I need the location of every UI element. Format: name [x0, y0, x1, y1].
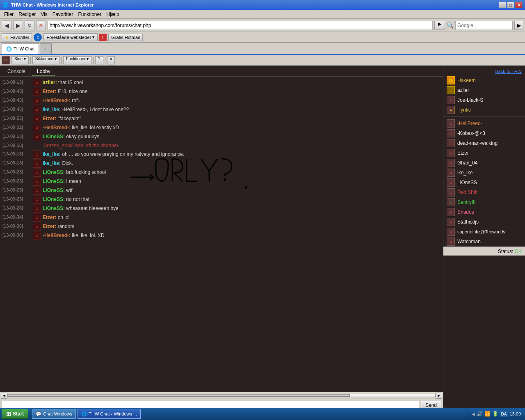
list-item[interactable]: ⚔ LiOneSS: [443, 178, 525, 187]
msg-avatar: [33, 160, 41, 168]
avatar: ⚔: [447, 149, 455, 157]
list-item[interactable]: ⚔ Stathisdjs: [443, 217, 525, 227]
search-button[interactable]: ▶: [514, 21, 523, 30]
avatar: ⚔: [447, 169, 455, 177]
forward-button[interactable]: ▶: [13, 21, 23, 30]
list-item[interactable]: ⚔ azlier: [443, 85, 525, 95]
table-row: [13-09-23] LiOneSS: brb fucking school: [2, 168, 441, 177]
msg-content: ike_ike: -HellBreed-, i dont have one??: [43, 106, 441, 114]
taskbar-item-chat[interactable]: 💬 Chat Windows: [32, 409, 76, 419]
msg-time: [13-09-25]: [2, 196, 31, 203]
back-button[interactable]: ◀: [2, 21, 11, 30]
horizontal-scrollbar[interactable]: ◀ ▶: [0, 392, 443, 399]
list-item[interactable]: ⚔ Joe-black-S: [443, 95, 525, 105]
msg-content: Etzer: random: [43, 223, 441, 231]
tray-icon-2: 📶: [484, 411, 491, 417]
browser-taskbar-icon: 🌐: [81, 411, 87, 417]
avatar: ★: [447, 106, 455, 114]
menu-hjaelp[interactable]: Hjælp: [104, 11, 121, 18]
start-button[interactable]: ⊞ Start: [2, 409, 28, 419]
list-item[interactable]: ★ Pyritie: [443, 105, 525, 115]
browser-taskbar-label: THW Chat - Windows ...: [89, 411, 137, 416]
msg-content: ike_ike: Dick.: [43, 160, 441, 167]
tab-thw-chat[interactable]: 🌐 THW Chat: [2, 43, 39, 54]
msg-content: LiOneSS: okay guuuuuys: [43, 133, 441, 141]
table-row: [13-09-28] LiOneSS: whaaaaat bleeeeeh by…: [2, 204, 441, 213]
msg-avatar: [33, 205, 41, 213]
taskbar-item-browser[interactable]: 🌐 THW Chat - Windows ...: [78, 409, 141, 419]
tab-console[interactable]: Console: [2, 67, 30, 76]
list-item[interactable]: ⚔ Red Shift: [443, 187, 525, 197]
username-lioness: LiOneSS: [457, 180, 477, 185]
browser-toolbar: ◀ ▶ ↻ ✕ ▶ 🔍 ▶: [0, 19, 525, 32]
chat-messages: [13-08-13] azlier: that IS cool [13-08-4…: [0, 77, 443, 242]
chat-messages-wrapper: [13-08-13] azlier: that IS cool [13-08-4…: [0, 77, 443, 392]
list-item[interactable]: ⚔ supertoinkz@Teeworlds: [443, 227, 525, 237]
list-item[interactable]: ⚔ SentryIII: [443, 197, 525, 207]
hotmail-icon: H: [99, 34, 107, 41]
scrollbar-thumb[interactable]: [8, 394, 350, 397]
avatar: ⚔: [447, 198, 455, 206]
hotmail-label: Gratis Hotmail: [111, 35, 140, 40]
avatar: ⚔: [447, 129, 455, 137]
hotmail-btn[interactable]: Gratis Hotmail: [108, 34, 143, 41]
stop-button[interactable]: ✕: [36, 21, 46, 30]
list-item[interactable]: ⚔ Watchman: [443, 237, 525, 247]
avatar: ⚔: [447, 218, 455, 226]
security-button[interactable]: Sikkerhed ▾: [32, 56, 59, 64]
minimize-button[interactable]: _: [499, 2, 506, 8]
back-to-thw-link[interactable]: Back to THW: [495, 69, 522, 74]
da-indicator: DA: [500, 411, 508, 417]
tool-sep-3: [93, 57, 94, 64]
msg-time: [13-09-36]: [2, 232, 31, 239]
scroll-right-button[interactable]: ▶: [436, 392, 442, 399]
page-button[interactable]: Side ▾: [11, 56, 29, 64]
menu-favoritter[interactable]: Favoritter: [50, 11, 76, 18]
list-item[interactable]: ☺ Hakeem: [443, 75, 525, 85]
list-item[interactable]: ⚔ -Kobas-@<3: [443, 128, 525, 138]
search-input[interactable]: [455, 21, 513, 30]
list-item[interactable]: ⚔ Shados: [443, 207, 525, 217]
functions-button[interactable]: Funktioner ▾: [63, 56, 91, 64]
msg-content: Crazed_seal2 has left the channel: [43, 142, 441, 150]
msg-content: -HellBreed-: ike_ike, lol exactly xD: [43, 124, 441, 132]
restore-button[interactable]: □: [507, 2, 514, 8]
expand-button[interactable]: »: [107, 56, 115, 64]
menu-vis[interactable]: Vis: [38, 11, 50, 18]
tab-lobby[interactable]: Lobby: [32, 67, 55, 76]
list-item[interactable]: ⚔ -HellBreed-: [443, 119, 525, 128]
list-item[interactable]: ⚔ ike_ike: [443, 168, 525, 178]
favorites-bar: ★ Favoritter e Foreslåede websteder ▾ H …: [0, 32, 525, 43]
go-button[interactable]: ▶: [434, 21, 445, 30]
tab-blank[interactable]: +: [40, 43, 51, 54]
scrollbar-track: [7, 394, 436, 397]
close-button[interactable]: ✕: [515, 2, 523, 8]
msg-content: LiOneSS: I mean: [43, 178, 441, 185]
username-joeblack: Joe-black-S: [457, 97, 483, 103]
msg-avatar: [33, 187, 41, 195]
search-icon: 🔍: [447, 22, 454, 29]
username-hakeem: Hakeem: [457, 78, 476, 83]
table-row: [13-09-18] ike_ike: Dick.: [2, 159, 441, 168]
console-tab-label: Console: [7, 68, 25, 74]
favorites-button[interactable]: ★ Favoritter: [2, 33, 32, 41]
msg-avatar: [33, 79, 41, 87]
help-button[interactable]: ?: [95, 56, 103, 64]
menu-funktioner[interactable]: Funktioner: [76, 11, 104, 18]
list-item[interactable]: ⚔ Etzer: [443, 148, 525, 158]
system-tray: ◀ 🔊 📶 🔋 DA 13:09: [469, 410, 523, 418]
msg-time: [13-09-28]: [2, 205, 31, 212]
address-bar[interactable]: [48, 21, 433, 30]
status-label: Status:: [498, 249, 513, 254]
suggested-sites-label: Foreslåede websteder: [46, 35, 91, 40]
msg-time: [13-09-02]: [2, 124, 31, 131]
favorites-label: Favoritter: [10, 35, 29, 40]
list-item[interactable]: ⚔ Ghan_04: [443, 158, 525, 168]
list-item[interactable]: ⚔ dead-man-walking: [443, 138, 525, 148]
refresh-button[interactable]: ↻: [25, 21, 34, 30]
menu-rediger[interactable]: Rediger: [16, 11, 38, 18]
suggested-sites-btn[interactable]: Foreslåede websteder ▾: [43, 33, 98, 41]
menu-filer[interactable]: Filer: [2, 11, 16, 18]
tray-expand[interactable]: ◀: [472, 412, 475, 416]
scroll-left-button[interactable]: ◀: [1, 392, 7, 399]
